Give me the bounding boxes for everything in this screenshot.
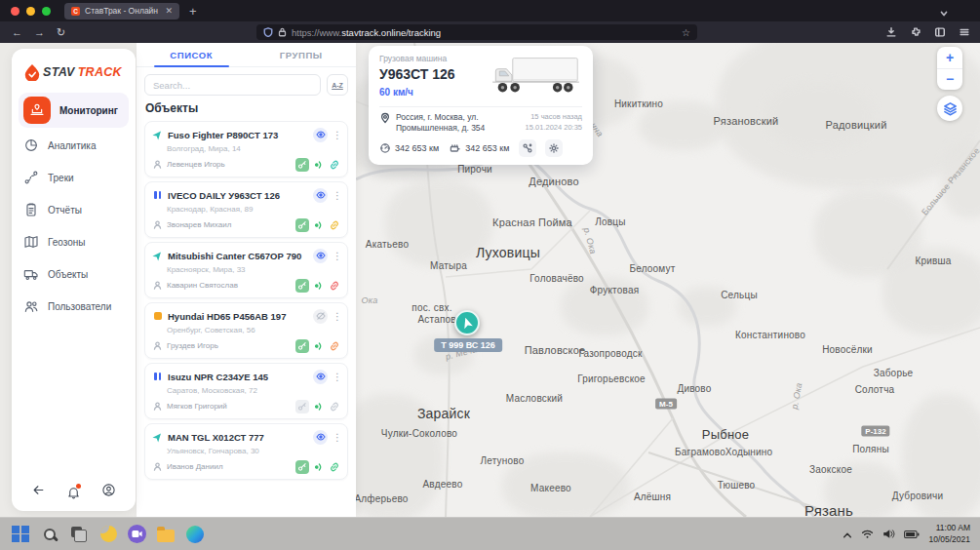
account-icon[interactable] bbox=[101, 483, 116, 501]
connection-link-icon bbox=[329, 219, 340, 231]
notifications-bell-icon[interactable] bbox=[66, 485, 81, 499]
visibility-eye-button[interactable] bbox=[313, 249, 328, 263]
wifi-icon[interactable] bbox=[861, 526, 874, 543]
vehicle-name: IVECO DAILY У963СТ 126 bbox=[168, 190, 308, 201]
kebab-menu-button[interactable]: ⋮ bbox=[333, 190, 340, 201]
sidebar-item-geozones[interactable]: Геозоны bbox=[19, 227, 129, 256]
file-explorer-icon[interactable] bbox=[156, 525, 176, 544]
bookmark-star-icon[interactable]: ☆ bbox=[682, 27, 690, 38]
tray-expand-chevron[interactable] bbox=[843, 526, 852, 543]
map-label: Григорьевское bbox=[577, 373, 646, 384]
settings-button[interactable] bbox=[545, 139, 563, 157]
tab-list[interactable]: СПИСОК bbox=[137, 43, 247, 66]
task-view-button[interactable] bbox=[69, 525, 89, 544]
start-button[interactable] bbox=[11, 525, 30, 544]
connection-link-icon bbox=[329, 280, 340, 292]
download-icon[interactable] bbox=[885, 26, 897, 38]
visibility-eye-button[interactable] bbox=[313, 370, 328, 384]
vehicle-address: Оренбург, Советская, 56 bbox=[167, 326, 340, 335]
map-label: Фруктовая bbox=[590, 285, 640, 295]
edge-browser-icon[interactable] bbox=[185, 525, 205, 544]
kebab-menu-button[interactable]: ⋮ bbox=[333, 130, 340, 140]
kebab-menu-button[interactable]: ⋮ bbox=[333, 251, 340, 261]
map-label: Алёшня bbox=[634, 491, 671, 502]
sidebar-item-analytics[interactable]: Аналитика bbox=[19, 131, 129, 160]
browser-tab[interactable]: С СтавТрак - Онлайн мониторинг ✕ bbox=[64, 3, 179, 20]
url-bar[interactable]: https://www.stavtrack.online/tracking ☆ bbox=[256, 24, 697, 40]
sidebar-item-users[interactable]: Пользователи bbox=[19, 292, 129, 321]
status-paused-icon bbox=[152, 373, 163, 380]
map-label: Ловцы bbox=[595, 216, 625, 227]
back-button[interactable]: ← bbox=[12, 26, 22, 39]
visibility-eye-button[interactable] bbox=[313, 188, 328, 203]
vehicle-card[interactable]: IVECO DAILY У963СТ 126 ⋮ Краснодар, Крас… bbox=[144, 181, 348, 238]
menu-hamburger-icon[interactable] bbox=[959, 26, 970, 38]
visibility-eye-off-button[interactable] bbox=[313, 309, 328, 324]
vehicle-card[interactable]: Mitsubishi Canter С567ОР 790 ⋮ Красноярс… bbox=[144, 242, 348, 298]
sidebar-item-objects[interactable]: Объекты bbox=[19, 259, 129, 289]
lock-icon[interactable] bbox=[278, 27, 287, 37]
clock[interactable]: 11:00 AM 10/05/2021 bbox=[928, 523, 970, 544]
maximize-window-button[interactable] bbox=[42, 7, 51, 16]
reload-button[interactable]: ↻ bbox=[57, 26, 65, 39]
tracking-shield-icon[interactable] bbox=[263, 27, 273, 37]
share-route-button[interactable] bbox=[519, 139, 536, 157]
vehicle-marker[interactable] bbox=[454, 310, 480, 335]
site-favicon: С bbox=[71, 7, 80, 16]
vehicle-card[interactable]: Fuso Fighter Р890СТ 173 ⋮ Волгоград, Мир… bbox=[144, 121, 348, 177]
new-tab-button[interactable]: + bbox=[189, 5, 197, 18]
sidebar-item-monitoring[interactable]: Мониторинг bbox=[19, 93, 129, 128]
vehicle-card[interactable]: Hyundai HD65 Р456АВ 197 ⋮ Оренбург, Сове… bbox=[144, 302, 348, 359]
sidebar-item-reports[interactable]: Отчёты bbox=[19, 195, 129, 224]
zoom-in-button[interactable]: + bbox=[937, 47, 962, 69]
back-nav-button[interactable] bbox=[31, 483, 46, 501]
map-label: Баграмово bbox=[675, 447, 725, 457]
map-label: Летуново bbox=[481, 455, 525, 466]
map-label: Луховицы bbox=[476, 245, 540, 260]
battery-icon[interactable] bbox=[904, 526, 920, 543]
location-pin-icon bbox=[379, 112, 391, 124]
sort-az-button[interactable]: A-Z bbox=[327, 74, 348, 96]
minimize-window-button[interactable] bbox=[26, 7, 35, 16]
tab-close-icon[interactable]: ✕ bbox=[165, 6, 173, 16]
search-input[interactable] bbox=[144, 74, 321, 96]
vehicle-card[interactable]: Isuzu NPR С234УЕ 145 ⋮ Саратов, Московск… bbox=[144, 363, 348, 419]
ignition-key-icon bbox=[295, 400, 309, 413]
sidebar-toggle-icon[interactable] bbox=[934, 26, 946, 38]
map-layers-button[interactable] bbox=[937, 96, 962, 121]
forward-button[interactable]: → bbox=[34, 26, 45, 39]
extensions-icon[interactable] bbox=[910, 26, 921, 38]
map-label: Пирочи bbox=[457, 164, 492, 175]
tab-groups[interactable]: ГРУППЫ bbox=[247, 43, 357, 66]
kebab-menu-button[interactable]: ⋮ bbox=[333, 372, 340, 382]
map-label: Масловский bbox=[506, 393, 563, 404]
chat-app-icon[interactable] bbox=[128, 525, 146, 543]
map-label: пос. свх. bbox=[412, 302, 451, 313]
vehicle-name: Mitsubishi Canter С567ОР 790 bbox=[168, 251, 308, 261]
vehicle-address: Россия, г. Москва, ул. Промышленная, д. … bbox=[396, 112, 511, 134]
kebab-menu-button[interactable]: ⋮ bbox=[333, 311, 340, 322]
kebab-menu-button[interactable]: ⋮ bbox=[333, 432, 340, 443]
signal-icon bbox=[313, 461, 325, 473]
close-window-button[interactable] bbox=[11, 7, 20, 16]
visibility-eye-button[interactable] bbox=[313, 430, 328, 445]
status-moving-icon bbox=[152, 251, 163, 260]
vehicle-type-label: Грузовая машина bbox=[379, 54, 455, 63]
can-mileage-icon bbox=[449, 142, 461, 154]
map-canvas[interactable]: СергиевскийПирочиДединовоКрасная ПоймаЛо… bbox=[356, 43, 980, 517]
app-sidebar: STAVTRACK Мониторинг Аналитика Треки Отч… bbox=[12, 49, 136, 511]
map-zoom-controls: + − bbox=[937, 47, 962, 90]
volume-icon[interactable] bbox=[882, 526, 895, 543]
vehicle-card[interactable]: MAN TGL Х012СТ 777 ⋮ Ульяновск, Гончаров… bbox=[144, 423, 348, 480]
zoom-out-button[interactable]: − bbox=[937, 69, 962, 91]
moon-app-icon[interactable] bbox=[98, 525, 118, 544]
map-label: Ходынино bbox=[725, 447, 773, 457]
sidebar-item-tracks[interactable]: Треки bbox=[19, 163, 129, 192]
driver-name: Левенцев Игорь bbox=[167, 160, 292, 169]
browser-toolbar: ← → ↻ https://www.stavtrack.online/track… bbox=[0, 21, 980, 43]
clock-time: 11:00 AM bbox=[928, 523, 970, 533]
tab-list-chevron-icon[interactable] bbox=[939, 5, 949, 22]
taskbar-search-button[interactable] bbox=[40, 525, 59, 544]
clock-date: 10/05/2021 bbox=[928, 534, 970, 545]
visibility-eye-button[interactable] bbox=[313, 128, 328, 142]
